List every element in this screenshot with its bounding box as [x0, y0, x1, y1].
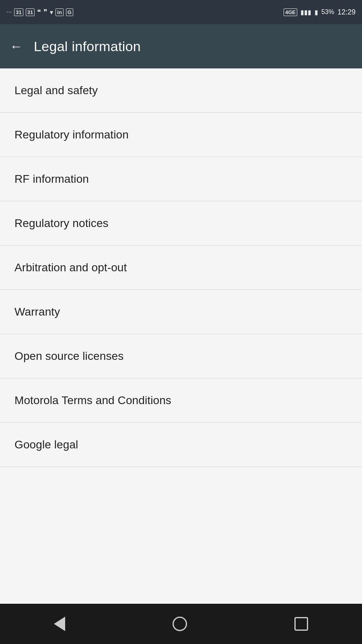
home-nav-icon[interactable]	[173, 617, 187, 631]
list-item-label-regulatory-notices: Regulatory notices	[14, 217, 109, 230]
list-item-motorola-terms[interactable]: Motorola Terms and Conditions	[0, 378, 362, 423]
quote-icon-1: ❝	[37, 8, 41, 17]
quote-icon-2: ❞	[43, 8, 47, 17]
list-item-legal-safety[interactable]: Legal and safety	[0, 68, 362, 113]
list-item-arbitration-opt-out[interactable]: Arbitration and opt-out	[0, 246, 362, 290]
recent-apps-nav-icon[interactable]	[294, 617, 308, 631]
page-title: Legal information	[34, 39, 141, 54]
status-bar: ··· 31 31 ❝ ❞ ▾ in G 4GE ▮▮▮ ▮ 53% 12:29	[0, 0, 362, 24]
list-item-open-source-licenses[interactable]: Open source licenses	[0, 334, 362, 378]
g-icon: G	[66, 8, 73, 16]
legal-info-list: Legal and safetyRegulatory informationRF…	[0, 68, 362, 467]
list-item-rf-information[interactable]: RF information	[0, 157, 362, 201]
list-item-label-open-source-licenses: Open source licenses	[14, 350, 123, 363]
list-item-regulatory-notices[interactable]: Regulatory notices	[0, 201, 362, 246]
list-item-label-arbitration-opt-out: Arbitration and opt-out	[14, 261, 127, 274]
network-type-icon: 4GE	[284, 8, 297, 16]
calendar-icon-1: 31	[14, 8, 23, 16]
list-item-label-google-legal: Google legal	[14, 438, 78, 451]
signal-icon: ▮▮▮	[300, 8, 311, 16]
list-item-label-rf-information: RF information	[14, 173, 89, 186]
list-item-warranty[interactable]: Warranty	[0, 290, 362, 334]
wifi-icon: ▾	[50, 8, 53, 16]
status-bar-right-icons: 4GE ▮▮▮ ▮ 53% 12:29	[284, 8, 356, 17]
list-item-regulatory-information[interactable]: Regulatory information	[0, 113, 362, 157]
list-item-label-regulatory-information: Regulatory information	[14, 128, 129, 141]
back-nav-icon[interactable]	[54, 617, 65, 631]
battery-icon: ▮	[315, 8, 318, 16]
list-item-label-legal-safety: Legal and safety	[14, 84, 98, 97]
notification-dots-icon: ···	[6, 8, 12, 16]
navigation-bar	[0, 604, 362, 644]
list-item-label-warranty: Warranty	[14, 305, 60, 318]
back-button[interactable]: ←	[10, 40, 23, 53]
clock: 12:29	[337, 8, 356, 17]
calendar-icon-2: 31	[26, 8, 35, 16]
linkedin-icon: in	[56, 8, 64, 16]
status-bar-left-icons: ··· 31 31 ❝ ❞ ▾ in G	[6, 8, 73, 17]
list-item-label-motorola-terms: Motorola Terms and Conditions	[14, 394, 171, 407]
battery-percentage: 53%	[321, 8, 334, 16]
list-item-google-legal[interactable]: Google legal	[0, 423, 362, 467]
app-bar: ← Legal information	[0, 24, 362, 68]
